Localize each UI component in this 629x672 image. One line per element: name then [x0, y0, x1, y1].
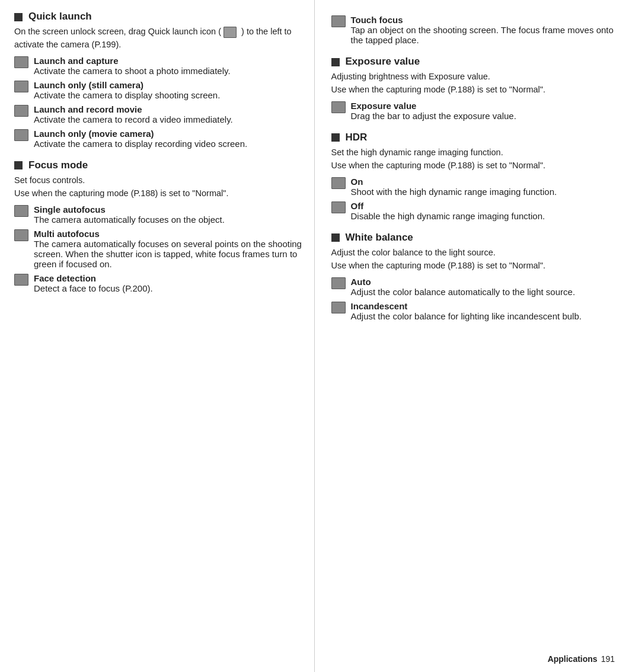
launch-only-movie-icon: [14, 129, 31, 141]
single-af-title: Single autofocus: [34, 204, 106, 215]
sub-item-launch-still: Launch only (still camera) Activate the …: [14, 80, 302, 100]
launch-capture-title: Launch and capture: [34, 56, 119, 66]
section-focus-mode-title: Focus mode: [28, 159, 88, 171]
multi-autofocus-icon: [14, 229, 31, 241]
sub-item-launch-capture: Launch and capture Activate the camera t…: [14, 56, 302, 76]
section-exposure-header: Exposure value: [331, 56, 619, 68]
section-white-balance: White balance Adjust the color balance t…: [331, 232, 619, 321]
sub-item-multi-af: Multi autofocus The camera automatically…: [14, 229, 302, 269]
sub-item-wb-auto: Auto Adjust the color balance automatica…: [331, 277, 619, 297]
section-focus-mode: Focus mode Set focus controls. Use when …: [14, 159, 302, 293]
sub-item-hdr-on: On Shoot with the high dynamic range ima…: [331, 177, 619, 197]
bullet-hdr: [331, 133, 340, 142]
sub-item-launch-record-text: Launch and record movie Activate the cam…: [34, 104, 302, 124]
section-quick-launch-title: Quick launch: [28, 11, 92, 23]
sub-item-multi-af-text: Multi autofocus The camera automatically…: [34, 229, 302, 269]
wb-incandescent-title: Incandescent: [351, 301, 408, 311]
page-footer: Applications 191: [548, 654, 615, 664]
page: Quick launch On the screen unlock screen…: [0, 0, 629, 672]
bullet-focus-mode: [14, 161, 23, 169]
section-hdr-body: Set the high dynamic range imaging funct…: [331, 146, 619, 172]
face-detection-title: Face detection: [34, 273, 96, 283]
wb-incandescent-icon: [331, 302, 348, 313]
bullet-exposure: [331, 58, 340, 66]
wb-incandescent-body: Adjust the color balance for lighting li…: [351, 311, 582, 321]
quick-launch-icon: [223, 27, 237, 38]
footer-page-number: 191: [601, 654, 615, 664]
sub-item-hdr-off: Off Disable the high dynamic range imagi…: [331, 201, 619, 221]
hdr-on-body: Shoot with the high dynamic range imagin…: [351, 187, 557, 197]
launch-only-still-icon: [14, 81, 31, 92]
section-wb-body: Adjust the color balance to the light so…: [331, 246, 619, 273]
launch-movie-body: Activate the camera to display recording…: [34, 139, 247, 149]
section-exposure-title: Exposure value: [346, 56, 420, 68]
section-touch-focus: Touch focus Tap an object on the shootin…: [331, 15, 619, 45]
single-autofocus-icon: [14, 205, 31, 217]
sub-item-wb-incandescent-text: Incandescent Adjust the color balance fo…: [351, 301, 619, 321]
hdr-off-title: Off: [351, 201, 364, 211]
section-hdr: HDR Set the high dynamic range imaging f…: [331, 132, 619, 221]
sub-item-launch-capture-text: Launch and capture Activate the camera t…: [34, 56, 302, 76]
sub-item-touch-focus-text: Touch focus Tap an object on the shootin…: [351, 15, 619, 45]
sub-item-single-af: Single autofocus The camera automaticall…: [14, 204, 302, 225]
left-column: Quick launch On the screen unlock screen…: [0, 0, 315, 672]
sub-item-exposure: Exposure value Drag the bar to adjust th…: [331, 101, 619, 121]
section-exposure-body: Adjusting brightness with Exposure value…: [331, 70, 619, 97]
launch-capture-body: Activate the camera to shoot a photo imm…: [34, 66, 231, 76]
launch-record-title: Launch and record movie: [34, 104, 142, 114]
launch-capture-icon: [14, 56, 31, 68]
section-focus-mode-body: Set focus controls. Use when the capturi…: [14, 174, 302, 200]
launch-record-icon: [14, 105, 31, 117]
hdr-off-icon: [331, 201, 348, 213]
bullet-quick-launch: [14, 13, 23, 21]
sub-item-face-detection: Face detection Detect a face to focus (P…: [14, 273, 302, 293]
right-column: Touch focus Tap an object on the shootin…: [315, 0, 630, 672]
sub-item-wb-incandescent: Incandescent Adjust the color balance fo…: [331, 301, 619, 321]
wb-auto-icon: [331, 277, 348, 289]
section-quick-launch-body: On the screen unlock screen, drag Quick …: [14, 25, 302, 52]
section-quick-launch: Quick launch On the screen unlock screen…: [14, 11, 302, 149]
section-wb-header: White balance: [331, 232, 619, 244]
hdr-off-body: Disable the high dynamic range imaging f…: [351, 211, 545, 221]
bullet-wb: [331, 233, 340, 242]
launch-still-title: Launch only (still camera): [34, 80, 143, 90]
section-exposure-value: Exposure value Adjusting brightness with…: [331, 56, 619, 121]
single-af-body: The camera automatically focuses on the …: [34, 215, 225, 225]
sub-item-touch-focus: Touch focus Tap an object on the shootin…: [331, 15, 619, 45]
sub-item-launch-movie-text: Launch only (movie camera) Activate the …: [34, 129, 302, 149]
wb-auto-title: Auto: [351, 277, 371, 287]
touch-focus-title: Touch focus: [351, 15, 403, 25]
sub-item-hdr-off-text: Off Disable the high dynamic range imagi…: [351, 201, 619, 221]
sub-item-launch-movie: Launch only (movie camera) Activate the …: [14, 129, 302, 149]
sub-item-wb-auto-text: Auto Adjust the color balance automatica…: [351, 277, 619, 297]
sub-item-launch-still-text: Launch only (still camera) Activate the …: [34, 80, 302, 100]
touch-focus-body: Tap an object on the shooting screen. Th…: [351, 25, 614, 45]
footer-label: Applications: [548, 654, 598, 664]
hdr-on-icon: [331, 177, 348, 189]
sub-item-single-af-text: Single autofocus The camera automaticall…: [34, 204, 302, 225]
section-hdr-header: HDR: [331, 132, 619, 143]
exposure-value-icon: [331, 101, 348, 113]
face-detection-icon: [14, 274, 31, 286]
touch-focus-icon: [331, 15, 348, 27]
section-hdr-title: HDR: [346, 132, 368, 143]
exposure-sub-title: Exposure value: [351, 101, 417, 111]
face-detection-body: Detect a face to focus (P.200).: [34, 283, 153, 293]
sub-item-exposure-text: Exposure value Drag the bar to adjust th…: [351, 101, 619, 121]
wb-auto-body: Adjust the color balance automatically t…: [351, 287, 576, 297]
multi-af-body: The camera automatically focuses on seve…: [34, 239, 302, 269]
section-wb-title: White balance: [346, 232, 413, 244]
launch-record-body: Activate the camera to record a video im…: [34, 114, 233, 124]
sub-item-launch-record: Launch and record movie Activate the cam…: [14, 104, 302, 124]
sub-item-hdr-on-text: On Shoot with the high dynamic range ima…: [351, 177, 619, 197]
section-quick-launch-header: Quick launch: [14, 11, 302, 23]
section-focus-mode-header: Focus mode: [14, 159, 302, 171]
sub-item-face-detection-text: Face detection Detect a face to focus (P…: [34, 273, 302, 293]
hdr-on-title: On: [351, 177, 363, 187]
exposure-sub-body: Drag the bar to adjust the exposure valu…: [351, 111, 516, 121]
multi-af-title: Multi autofocus: [34, 229, 100, 239]
launch-movie-title: Launch only (movie camera): [34, 129, 154, 139]
launch-still-body: Activate the camera to display shooting …: [34, 90, 220, 100]
